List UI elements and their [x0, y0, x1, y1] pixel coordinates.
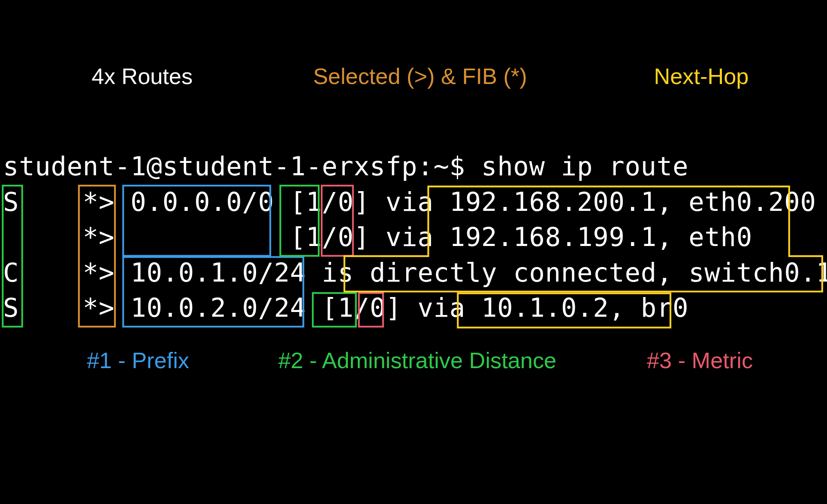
box-prefix-1: [122, 185, 271, 257]
route-nexthop: 192.168.199.1, eth0: [450, 222, 752, 252]
box-metric-1: [321, 185, 354, 257]
label-routes: 4x Routes: [92, 64, 193, 89]
label-nexthop: Next-Hop: [654, 64, 749, 89]
box-ad-1: [279, 185, 320, 257]
route-via: is: [322, 257, 353, 287]
shell-prompt: student-1@student-1-erxsfp:~$: [3, 151, 481, 181]
label-selected: Selected (>) & FIB (*): [313, 64, 527, 89]
label-metric: #3 - Metric: [647, 348, 753, 373]
route-via: via: [417, 293, 465, 323]
box-route-code: [2, 185, 23, 327]
shell-command: show ip route: [481, 151, 688, 181]
route-nexthop: 10.1.0.2, br0: [481, 293, 688, 323]
route-via: via: [386, 222, 434, 252]
box-prefix-2: [122, 256, 304, 328]
box-selected: [78, 185, 116, 327]
label-ad: #2 - Administrative Distance: [278, 348, 557, 373]
route-via: via: [386, 186, 434, 216]
label-prefix: #1 - Prefix: [87, 348, 189, 373]
route-nexthop: directly connected, switch0.10: [370, 257, 827, 287]
route-nexthop: 192.168.200.1, eth0.200: [450, 186, 816, 216]
diagram-stage: 4x Routes Selected (>) & FIB (*) Next-Ho…: [0, 0, 827, 504]
box-ad-3: [312, 292, 357, 328]
box-metric-3: [358, 292, 384, 328]
